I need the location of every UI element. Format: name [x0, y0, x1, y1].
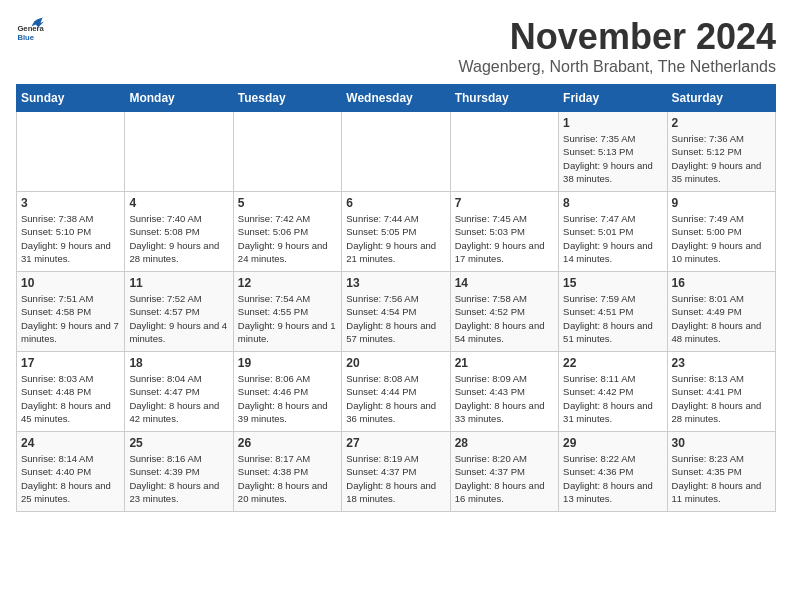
day-info: Sunrise: 7:59 AM Sunset: 4:51 PM Dayligh…: [563, 292, 662, 345]
day-info: Sunrise: 8:04 AM Sunset: 4:47 PM Dayligh…: [129, 372, 228, 425]
day-number: 10: [21, 276, 120, 290]
calendar-week-1: 1Sunrise: 7:35 AM Sunset: 5:13 PM Daylig…: [17, 112, 776, 192]
header-thursday: Thursday: [450, 85, 558, 112]
day-number: 26: [238, 436, 337, 450]
logo: General Blue: [16, 16, 44, 44]
day-number: 27: [346, 436, 445, 450]
logo-icon: General Blue: [16, 16, 44, 44]
calendar-cell: [342, 112, 450, 192]
day-info: Sunrise: 7:52 AM Sunset: 4:57 PM Dayligh…: [129, 292, 228, 345]
day-number: 2: [672, 116, 771, 130]
calendar-cell: [125, 112, 233, 192]
calendar-cell: 16Sunrise: 8:01 AM Sunset: 4:49 PM Dayli…: [667, 272, 775, 352]
day-info: Sunrise: 8:08 AM Sunset: 4:44 PM Dayligh…: [346, 372, 445, 425]
day-number: 25: [129, 436, 228, 450]
day-info: Sunrise: 8:11 AM Sunset: 4:42 PM Dayligh…: [563, 372, 662, 425]
day-number: 22: [563, 356, 662, 370]
day-info: Sunrise: 8:20 AM Sunset: 4:37 PM Dayligh…: [455, 452, 554, 505]
day-number: 24: [21, 436, 120, 450]
day-number: 7: [455, 196, 554, 210]
header-monday: Monday: [125, 85, 233, 112]
day-number: 11: [129, 276, 228, 290]
day-number: 12: [238, 276, 337, 290]
calendar-cell: 26Sunrise: 8:17 AM Sunset: 4:38 PM Dayli…: [233, 432, 341, 512]
calendar-cell: 20Sunrise: 8:08 AM Sunset: 4:44 PM Dayli…: [342, 352, 450, 432]
page-header: General Blue November 2024 Wagenberg, No…: [16, 16, 776, 76]
calendar-cell: 18Sunrise: 8:04 AM Sunset: 4:47 PM Dayli…: [125, 352, 233, 432]
calendar-cell: 17Sunrise: 8:03 AM Sunset: 4:48 PM Dayli…: [17, 352, 125, 432]
day-info: Sunrise: 7:35 AM Sunset: 5:13 PM Dayligh…: [563, 132, 662, 185]
day-number: 14: [455, 276, 554, 290]
calendar-cell: 2Sunrise: 7:36 AM Sunset: 5:12 PM Daylig…: [667, 112, 775, 192]
day-info: Sunrise: 7:58 AM Sunset: 4:52 PM Dayligh…: [455, 292, 554, 345]
calendar-cell: 9Sunrise: 7:49 AM Sunset: 5:00 PM Daylig…: [667, 192, 775, 272]
calendar-header-row: SundayMondayTuesdayWednesdayThursdayFrid…: [17, 85, 776, 112]
title-section: November 2024 Wagenberg, North Brabant, …: [458, 16, 776, 76]
calendar-cell: 27Sunrise: 8:19 AM Sunset: 4:37 PM Dayli…: [342, 432, 450, 512]
header-wednesday: Wednesday: [342, 85, 450, 112]
day-number: 3: [21, 196, 120, 210]
calendar-cell: 28Sunrise: 8:20 AM Sunset: 4:37 PM Dayli…: [450, 432, 558, 512]
day-info: Sunrise: 8:13 AM Sunset: 4:41 PM Dayligh…: [672, 372, 771, 425]
header-friday: Friday: [559, 85, 667, 112]
day-info: Sunrise: 7:49 AM Sunset: 5:00 PM Dayligh…: [672, 212, 771, 265]
day-number: 13: [346, 276, 445, 290]
day-info: Sunrise: 8:16 AM Sunset: 4:39 PM Dayligh…: [129, 452, 228, 505]
day-number: 16: [672, 276, 771, 290]
day-info: Sunrise: 7:38 AM Sunset: 5:10 PM Dayligh…: [21, 212, 120, 265]
day-number: 9: [672, 196, 771, 210]
calendar-cell: 29Sunrise: 8:22 AM Sunset: 4:36 PM Dayli…: [559, 432, 667, 512]
calendar-week-3: 10Sunrise: 7:51 AM Sunset: 4:58 PM Dayli…: [17, 272, 776, 352]
day-number: 30: [672, 436, 771, 450]
location-title: Wagenberg, North Brabant, The Netherland…: [458, 58, 776, 76]
day-info: Sunrise: 7:51 AM Sunset: 4:58 PM Dayligh…: [21, 292, 120, 345]
month-title: November 2024: [458, 16, 776, 58]
day-info: Sunrise: 8:01 AM Sunset: 4:49 PM Dayligh…: [672, 292, 771, 345]
day-info: Sunrise: 8:19 AM Sunset: 4:37 PM Dayligh…: [346, 452, 445, 505]
calendar-cell: 13Sunrise: 7:56 AM Sunset: 4:54 PM Dayli…: [342, 272, 450, 352]
calendar-cell: 6Sunrise: 7:44 AM Sunset: 5:05 PM Daylig…: [342, 192, 450, 272]
day-info: Sunrise: 7:54 AM Sunset: 4:55 PM Dayligh…: [238, 292, 337, 345]
day-info: Sunrise: 8:09 AM Sunset: 4:43 PM Dayligh…: [455, 372, 554, 425]
header-tuesday: Tuesday: [233, 85, 341, 112]
calendar-cell: 24Sunrise: 8:14 AM Sunset: 4:40 PM Dayli…: [17, 432, 125, 512]
calendar-cell: 21Sunrise: 8:09 AM Sunset: 4:43 PM Dayli…: [450, 352, 558, 432]
calendar-cell: 22Sunrise: 8:11 AM Sunset: 4:42 PM Dayli…: [559, 352, 667, 432]
day-number: 8: [563, 196, 662, 210]
calendar-cell: [17, 112, 125, 192]
calendar-cell: 23Sunrise: 8:13 AM Sunset: 4:41 PM Dayli…: [667, 352, 775, 432]
day-number: 5: [238, 196, 337, 210]
day-info: Sunrise: 8:17 AM Sunset: 4:38 PM Dayligh…: [238, 452, 337, 505]
calendar-cell: 11Sunrise: 7:52 AM Sunset: 4:57 PM Dayli…: [125, 272, 233, 352]
calendar-cell: 3Sunrise: 7:38 AM Sunset: 5:10 PM Daylig…: [17, 192, 125, 272]
day-info: Sunrise: 7:36 AM Sunset: 5:12 PM Dayligh…: [672, 132, 771, 185]
day-number: 4: [129, 196, 228, 210]
day-info: Sunrise: 7:47 AM Sunset: 5:01 PM Dayligh…: [563, 212, 662, 265]
day-number: 6: [346, 196, 445, 210]
calendar-cell: 10Sunrise: 7:51 AM Sunset: 4:58 PM Dayli…: [17, 272, 125, 352]
calendar-cell: 14Sunrise: 7:58 AM Sunset: 4:52 PM Dayli…: [450, 272, 558, 352]
calendar-cell: 12Sunrise: 7:54 AM Sunset: 4:55 PM Dayli…: [233, 272, 341, 352]
calendar-week-5: 24Sunrise: 8:14 AM Sunset: 4:40 PM Dayli…: [17, 432, 776, 512]
calendar-cell: 25Sunrise: 8:16 AM Sunset: 4:39 PM Dayli…: [125, 432, 233, 512]
day-number: 20: [346, 356, 445, 370]
day-info: Sunrise: 8:14 AM Sunset: 4:40 PM Dayligh…: [21, 452, 120, 505]
calendar-week-2: 3Sunrise: 7:38 AM Sunset: 5:10 PM Daylig…: [17, 192, 776, 272]
calendar-table: SundayMondayTuesdayWednesdayThursdayFrid…: [16, 84, 776, 512]
day-info: Sunrise: 7:40 AM Sunset: 5:08 PM Dayligh…: [129, 212, 228, 265]
calendar-cell: 1Sunrise: 7:35 AM Sunset: 5:13 PM Daylig…: [559, 112, 667, 192]
day-info: Sunrise: 7:44 AM Sunset: 5:05 PM Dayligh…: [346, 212, 445, 265]
svg-text:Blue: Blue: [17, 33, 34, 42]
calendar-cell: 8Sunrise: 7:47 AM Sunset: 5:01 PM Daylig…: [559, 192, 667, 272]
calendar-cell: [450, 112, 558, 192]
calendar-cell: 19Sunrise: 8:06 AM Sunset: 4:46 PM Dayli…: [233, 352, 341, 432]
day-number: 15: [563, 276, 662, 290]
day-number: 29: [563, 436, 662, 450]
calendar-cell: 15Sunrise: 7:59 AM Sunset: 4:51 PM Dayli…: [559, 272, 667, 352]
day-number: 17: [21, 356, 120, 370]
day-info: Sunrise: 7:42 AM Sunset: 5:06 PM Dayligh…: [238, 212, 337, 265]
day-info: Sunrise: 8:03 AM Sunset: 4:48 PM Dayligh…: [21, 372, 120, 425]
svg-text:General: General: [17, 24, 44, 33]
calendar-cell: 4Sunrise: 7:40 AM Sunset: 5:08 PM Daylig…: [125, 192, 233, 272]
day-info: Sunrise: 7:45 AM Sunset: 5:03 PM Dayligh…: [455, 212, 554, 265]
